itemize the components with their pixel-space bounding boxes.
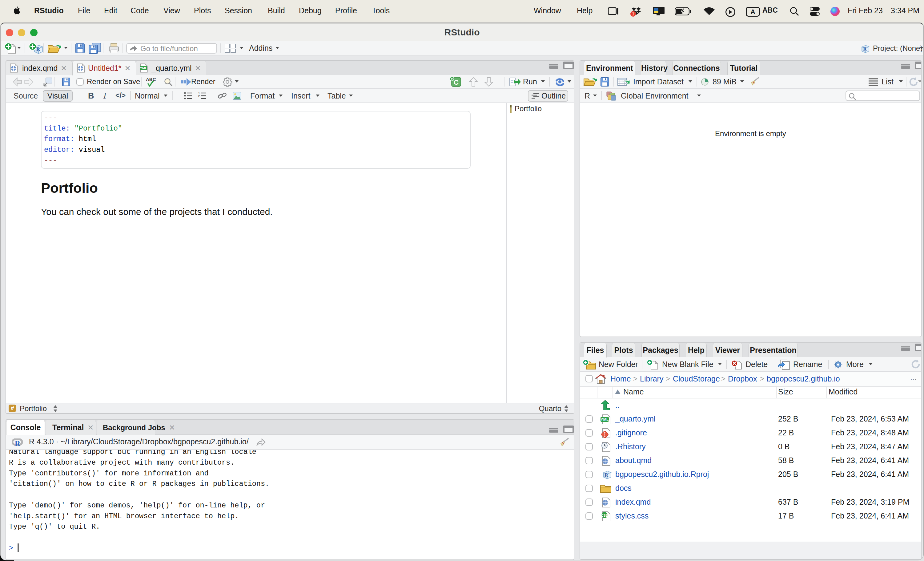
svg-text:R: R bbox=[863, 46, 867, 51]
svg-text:YML: YML bbox=[600, 418, 609, 422]
svg-text:2: 2 bbox=[198, 95, 200, 98]
svg-text:A: A bbox=[750, 8, 755, 16]
svg-text:R: R bbox=[36, 46, 40, 52]
svg-text:1: 1 bbox=[632, 11, 634, 16]
svg-text:R: R bbox=[15, 439, 21, 447]
svg-text:ABC: ABC bbox=[146, 77, 156, 82]
svg-text:C: C bbox=[454, 78, 459, 86]
svg-text:YML: YML bbox=[140, 66, 147, 70]
svg-text:R: R bbox=[604, 472, 608, 478]
svg-text:CSS: CSS bbox=[601, 514, 608, 517]
